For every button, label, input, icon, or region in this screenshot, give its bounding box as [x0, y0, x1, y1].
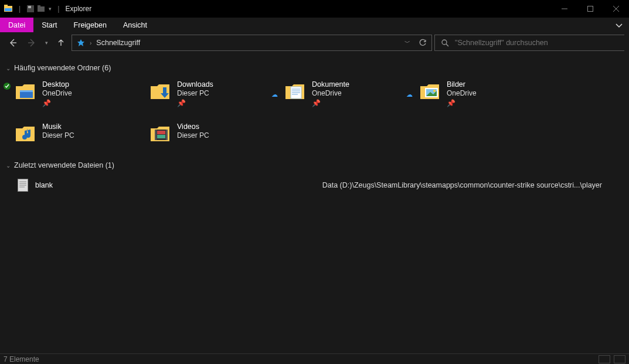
- pin-icon: 📌: [177, 99, 213, 107]
- folder-location: Dieser PC: [177, 89, 213, 97]
- folder-grid: Desktop OneDrive 📌 Downloads Dieser PC 📌…: [4, 78, 625, 159]
- pin-icon: 📌: [42, 99, 72, 107]
- cloud-icon: ☁: [406, 91, 413, 98]
- qat-dropdown-icon[interactable]: ▾: [49, 6, 52, 12]
- search-input[interactable]: [455, 39, 618, 47]
- status-bar: 7 Elemente: [0, 353, 629, 364]
- qat-save-icon[interactable]: [26, 5, 35, 13]
- minimize-button[interactable]: [552, 0, 577, 17]
- search-icon: [441, 39, 449, 47]
- svg-marker-13: [77, 39, 84, 46]
- folder-name: Videos: [177, 123, 209, 131]
- folder-item-dokumente[interactable]: ☁ Dokumente OneDrive 📌: [281, 78, 416, 110]
- svg-point-14: [442, 40, 447, 45]
- nav-history-dropdown[interactable]: ▾: [42, 35, 50, 51]
- folder-location: OneDrive: [312, 89, 349, 97]
- svg-rect-2: [5, 8, 12, 11]
- status-text: 7 Elemente: [4, 355, 39, 363]
- file-icon: [18, 179, 28, 192]
- chevron-down-icon: ⌄: [6, 162, 11, 169]
- svg-line-15: [446, 44, 448, 46]
- tab-datei[interactable]: Datei: [0, 18, 33, 32]
- content-pane: ⌄ Häufig verwendete Ordner (6) Desktop O…: [0, 53, 629, 355]
- ribbon-tabs: Datei Start Freigeben Ansicht: [0, 17, 629, 32]
- titlebar: | ▾ | Explorer: [0, 0, 629, 17]
- svg-rect-30: [157, 131, 165, 134]
- breadcrumb-separator: ›: [90, 40, 91, 46]
- window-title: Explorer: [66, 5, 92, 13]
- quickaccess-star-icon: [77, 39, 85, 47]
- folder-name: Bilder: [447, 80, 477, 89]
- folder-item-musik[interactable]: Musik Dieser PC: [12, 120, 147, 147]
- section-recent-files[interactable]: ⌄ Zuletzt verwendete Dateien (1): [4, 159, 625, 175]
- folder-desktop-icon: [14, 80, 36, 103]
- svg-rect-31: [157, 135, 165, 138]
- cloud-icon: ☁: [271, 91, 278, 98]
- folder-item-desktop[interactable]: Desktop OneDrive 📌: [12, 78, 147, 110]
- svg-rect-1: [4, 5, 8, 6]
- folder-name: Desktop: [42, 80, 72, 89]
- address-dropdown-icon[interactable]: ﹀: [404, 39, 410, 47]
- folder-videos-icon: [149, 123, 171, 145]
- recent-file-item[interactable]: blank Data (D:)\Zeugs\SteamLibrary\steam…: [4, 175, 625, 195]
- nav-forward-button[interactable]: [23, 35, 40, 51]
- svg-rect-17: [20, 90, 33, 92]
- folder-location: OneDrive: [42, 89, 72, 97]
- address-bar[interactable]: › Schnellzugriff ﹀: [72, 35, 432, 51]
- svg-rect-6: [38, 5, 40, 6]
- recent-file-name: blank: [35, 181, 53, 189]
- svg-rect-28: [155, 130, 157, 140]
- separator: |: [57, 5, 59, 13]
- sync-ok-icon: [4, 83, 11, 90]
- section-frequent-folders[interactable]: ⌄ Häufig verwendete Ordner (6): [4, 62, 625, 78]
- pin-icon: 📌: [312, 99, 349, 107]
- svg-rect-29: [166, 130, 168, 140]
- search-box[interactable]: [434, 35, 624, 51]
- nav-row: ▾ › Schnellzugriff ﹀: [0, 32, 629, 53]
- recent-file-path: Data (D:)\Zeugs\SteamLibrary\steamapps\c…: [322, 181, 602, 189]
- folder-item-downloads[interactable]: Downloads Dieser PC 📌: [147, 78, 281, 110]
- view-large-icons-button[interactable]: [614, 355, 625, 363]
- chevron-down-icon: ⌄: [6, 65, 11, 72]
- folder-item-videos[interactable]: Videos Dieser PC: [147, 120, 281, 147]
- svg-rect-5: [38, 6, 45, 12]
- svg-rect-8: [588, 6, 593, 11]
- folder-downloads-icon: [149, 80, 171, 103]
- folder-name: Dokumente: [312, 80, 349, 89]
- view-details-button[interactable]: [599, 355, 610, 363]
- tab-start[interactable]: Start: [33, 18, 65, 32]
- nav-back-button[interactable]: [5, 35, 21, 51]
- breadcrumb-location[interactable]: Schnellzugriff: [96, 39, 400, 47]
- folder-location: Dieser PC: [42, 131, 74, 140]
- refresh-button[interactable]: [419, 39, 427, 47]
- maximize-button[interactable]: [577, 0, 603, 17]
- explorer-app-icon: [4, 4, 13, 13]
- qat-new-folder-icon[interactable]: [37, 5, 46, 13]
- svg-rect-4: [28, 6, 31, 8]
- separator: |: [19, 5, 21, 13]
- ribbon-collapse-button[interactable]: [609, 18, 629, 32]
- folder-name: Downloads: [177, 80, 213, 89]
- pin-icon: 📌: [447, 99, 477, 107]
- tab-freigeben[interactable]: Freigeben: [66, 18, 115, 32]
- section-title: Häufig verwendete Ordner (6): [14, 64, 111, 72]
- folder-pictures-icon: [419, 80, 441, 103]
- folder-location: OneDrive: [447, 89, 477, 97]
- close-button[interactable]: [603, 0, 629, 17]
- folder-documents-icon: [284, 80, 306, 103]
- svg-point-26: [433, 90, 436, 92]
- folder-name: Musik: [42, 123, 74, 131]
- folder-location: Dieser PC: [177, 131, 209, 140]
- folder-music-icon: [14, 123, 36, 145]
- tab-ansicht[interactable]: Ansicht: [115, 18, 155, 32]
- section-title: Zuletzt verwendete Dateien (1): [14, 161, 114, 169]
- folder-item-bilder[interactable]: ☁ Bilder OneDrive 📌: [416, 78, 551, 110]
- nav-up-button[interactable]: [53, 35, 69, 51]
